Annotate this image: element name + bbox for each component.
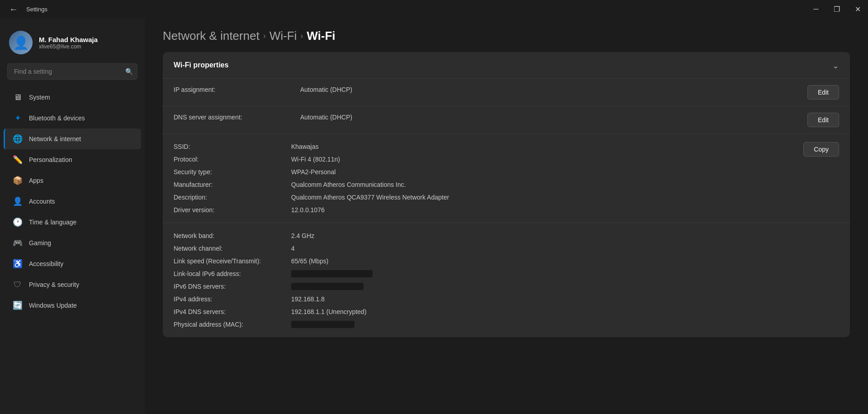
network-channel-value: 4 — [291, 245, 295, 252]
sidebar-item-label: Apps — [29, 177, 132, 184]
copy-action: Copy — [803, 142, 839, 157]
sidebar-item-personalization[interactable]: ✏️ Personalization — [4, 149, 141, 170]
network-band-fields: Network band: 2.4 GHz Network channel: 4… — [174, 230, 839, 330]
ipv4-dns-row: IPv4 DNS servers: 192.168.1.1 (Unencrypt… — [174, 306, 839, 317]
search-input[interactable] — [7, 63, 137, 80]
security-type-row: Security type: WPA2-Personal — [174, 167, 793, 177]
network-band-label: Network band: — [174, 232, 291, 239]
ipv4-dns-value: 192.168.1.1 (Unencrypted) — [291, 308, 367, 315]
sidebar-item-label: Privacy & security — [29, 281, 132, 288]
sidebar-item-network[interactable]: 🌐 Network & internet — [4, 128, 141, 149]
sidebar-item-label: Time & language — [29, 219, 132, 226]
windows-update-icon: 🔄 — [13, 300, 23, 310]
bluetooth-icon: ✦ — [13, 113, 23, 123]
sidebar-item-gaming[interactable]: 🎮 Gaming — [4, 233, 141, 253]
sidebar-item-label: Windows Update — [29, 302, 132, 309]
ipv4-address-row: IPv4 address: 192.168.1.8 — [174, 294, 839, 305]
user-profile[interactable]: M. Fahad Khawaja xlive65@live.com — [0, 25, 145, 63]
description-label: Description: — [174, 194, 291, 201]
accessibility-icon: ♿ — [13, 259, 23, 269]
user-email: xlive65@live.com — [39, 43, 98, 50]
breadcrumb-wifi[interactable]: Wi-Fi — [269, 29, 297, 43]
network-channel-row: Network channel: 4 — [174, 243, 839, 254]
security-type-value: WPA2-Personal — [291, 168, 336, 176]
breadcrumb-separator: › — [263, 31, 266, 41]
breadcrumb: Network & internet › Wi-Fi › Wi-Fi — [145, 18, 868, 52]
mac-address-value — [291, 321, 354, 328]
panel-title: Wi-Fi properties — [174, 61, 229, 69]
sidebar-item-system[interactable]: 🖥 System — [4, 87, 141, 108]
sidebar: M. Fahad Khawaja xlive65@live.com 🔍 🖥 Sy… — [0, 18, 145, 414]
app-container: M. Fahad Khawaja xlive65@live.com 🔍 🖥 Sy… — [0, 18, 868, 414]
link-speed-row: Link speed (Receive/Transmit): 65/65 (Mb… — [174, 256, 839, 266]
dns-assignment-edit-button[interactable]: Edit — [807, 113, 839, 127]
driver-version-label: Driver version: — [174, 206, 291, 214]
link-local-ipv6-row: Link-local IPv6 address: — [174, 268, 839, 279]
sidebar-item-label: Accessibility — [29, 260, 132, 267]
search-box: 🔍 — [7, 63, 137, 80]
back-button[interactable]: ← — [5, 2, 22, 16]
personalization-icon: ✏️ — [13, 155, 23, 165]
ip-assignment-label: IP assignment: — [174, 85, 300, 93]
sidebar-item-accounts[interactable]: 👤 Accounts — [4, 191, 141, 212]
protocol-label: Protocol: — [174, 156, 291, 163]
close-button[interactable]: ✕ — [847, 0, 868, 18]
time-icon: 🕐 — [13, 217, 23, 227]
search-icon: 🔍 — [125, 68, 133, 75]
restore-button[interactable]: ❐ — [826, 0, 847, 18]
user-name: M. Fahad Khawaja — [39, 36, 98, 43]
ipv4-dns-label: IPv4 DNS servers: — [174, 308, 291, 315]
network-icon: 🌐 — [13, 134, 23, 144]
sidebar-item-label: Gaming — [29, 239, 132, 247]
protocol-row: Protocol: Wi-Fi 4 (802.11n) — [174, 154, 793, 165]
breadcrumb-separator-2: › — [301, 31, 303, 41]
breadcrumb-network[interactable]: Network & internet — [163, 29, 259, 43]
ssid-fields: SSID: Khawajas Protocol: Wi-Fi 4 (802.11… — [174, 141, 793, 215]
privacy-icon: 🛡 — [13, 280, 23, 290]
accounts-icon: 👤 — [13, 196, 23, 206]
title-bar: ← Settings ─ ❐ ✕ — [0, 0, 868, 18]
sidebar-item-bluetooth[interactable]: ✦ Bluetooth & devices — [4, 108, 141, 128]
ssid-value: Khawajas — [291, 143, 319, 150]
sidebar-item-label: Accounts — [29, 198, 132, 205]
sidebar-item-windows-update[interactable]: 🔄 Windows Update — [4, 295, 141, 316]
sidebar-item-time[interactable]: 🕐 Time & language — [4, 212, 141, 233]
protocol-value: Wi-Fi 4 (802.11n) — [291, 156, 340, 163]
ip-assignment-row: IP assignment: Automatic (DHCP) Edit — [163, 79, 850, 106]
sidebar-item-privacy[interactable]: 🛡 Privacy & security — [4, 274, 141, 295]
ssid-label: SSID: — [174, 143, 291, 150]
sidebar-item-accessibility[interactable]: ♿ Accessibility — [4, 253, 141, 274]
network-channel-label: Network channel: — [174, 245, 291, 252]
sidebar-item-label: Network & internet — [29, 135, 132, 143]
copy-button[interactable]: Copy — [803, 142, 839, 157]
manufacturer-label: Manufacturer: — [174, 181, 291, 188]
network-band-row: Network band: 2.4 GHz — [174, 230, 839, 241]
ipv6-dns-label: IPv6 DNS servers: — [174, 283, 291, 290]
ssid-row: SSID: Khawajas — [174, 141, 793, 152]
ipv6-dns-value — [291, 283, 363, 290]
ip-assignment-action: Edit — [807, 85, 839, 100]
driver-version-value: 12.0.0.1076 — [291, 206, 325, 214]
sidebar-item-label: System — [29, 94, 132, 101]
mac-address-label: Physical address (MAC): — [174, 321, 291, 328]
network-band-block: Network band: 2.4 GHz Network channel: 4… — [163, 223, 850, 337]
panel-header[interactable]: Wi-Fi properties ⌃ — [163, 52, 850, 79]
network-band-value: 2.4 GHz — [291, 232, 314, 239]
avatar-image — [9, 31, 33, 54]
description-row: Description: Qualcomm Atheros QCA9377 Wi… — [174, 192, 793, 203]
ip-assignment-edit-button[interactable]: Edit — [807, 85, 839, 100]
minimize-button[interactable]: ─ — [806, 0, 826, 18]
mac-address-row: Physical address (MAC): — [174, 319, 839, 330]
ip-assignment-value: Automatic (DHCP) — [300, 85, 807, 93]
driver-version-row: Driver version: 12.0.0.1076 — [174, 205, 793, 215]
app-title: Settings — [26, 6, 47, 13]
title-bar-left: ← Settings — [5, 2, 47, 16]
dns-assignment-value: Automatic (DHCP) — [300, 113, 807, 121]
wifi-properties-panel: Wi-Fi properties ⌃ IP assignment: Automa… — [163, 52, 850, 337]
ssid-block: SSID: Khawajas Protocol: Wi-Fi 4 (802.11… — [163, 134, 850, 223]
dns-assignment-label: DNS server assignment: — [174, 113, 300, 121]
sidebar-item-apps[interactable]: 📦 Apps — [4, 170, 141, 191]
manufacturer-value: Qualcomm Atheros Communications Inc. — [291, 181, 406, 188]
description-value: Qualcomm Atheros QCA9377 Wireless Networ… — [291, 194, 449, 201]
apps-icon: 📦 — [13, 176, 23, 186]
